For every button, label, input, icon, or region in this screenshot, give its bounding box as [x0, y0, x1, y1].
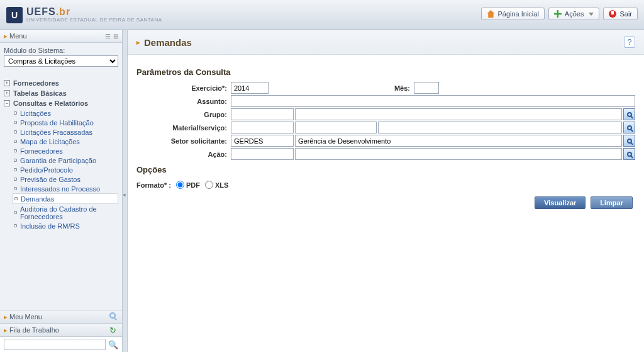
- tree-icon[interactable]: ⊞: [113, 33, 118, 40]
- module-select[interactable]: Compras & Licitações: [4, 55, 118, 67]
- sub-item-interessados[interactable]: Interessados no Processo: [14, 184, 118, 193]
- actions-button-label: Ações: [565, 10, 584, 18]
- label-mes: Mês:: [394, 84, 410, 92]
- assunto-input[interactable]: [231, 95, 635, 107]
- sub-item-licitacoes[interactable]: Licitações: [14, 108, 118, 118]
- sub-item-label: Proposta de Habilitação: [20, 119, 94, 127]
- sub-item-mapa[interactable]: Mapa de Licitações: [14, 137, 118, 146]
- dot-icon: [14, 168, 17, 171]
- meu-menu-row[interactable]: ▸Meu Menu: [0, 310, 122, 323]
- sub-item-demandas[interactable]: Demandas: [12, 193, 118, 204]
- sidebar-bottom: ▸Meu Menu ▸Fila de Trabalho ↻ 🔍: [0, 310, 122, 352]
- logo-text: UEFS.br UNIVERSIDADE ESTADUAL DE FEIRA D…: [26, 7, 162, 23]
- format-xls-radio[interactable]: [205, 181, 213, 189]
- sub-item-label: Auditoria do Cadastro de Fornecedores: [20, 205, 118, 220]
- dot-icon: [14, 149, 17, 152]
- sub-item-garantia[interactable]: Garantia de Participação: [14, 156, 118, 165]
- setor-code-input[interactable]: [231, 135, 294, 147]
- sub-item-proposta[interactable]: Proposta de Habilitação: [14, 118, 118, 127]
- expand-icon: +: [4, 80, 10, 86]
- setor-lookup-button[interactable]: [623, 135, 635, 147]
- power-icon: [609, 10, 616, 18]
- dot-icon: [14, 187, 17, 190]
- expand-icon: +: [4, 90, 10, 96]
- exit-button[interactable]: Sair: [603, 8, 638, 20]
- options-row: Formato* : PDF XLS: [136, 181, 635, 189]
- sub-item-inclusao[interactable]: Inclusão de RM/RS: [14, 221, 118, 230]
- splitter[interactable]: [123, 30, 128, 352]
- top-header: U UEFS.br UNIVERSIDADE ESTADUAL DE FEIRA…: [0, 0, 644, 30]
- home-button[interactable]: Página Inicial: [481, 8, 544, 20]
- module-label: Módulo do Sistema:: [4, 47, 118, 54]
- material-code-input[interactable]: [231, 122, 294, 133]
- exit-button-label: Sair: [619, 10, 632, 18]
- dot-icon: [14, 140, 17, 143]
- exercicio-input[interactable]: [231, 82, 269, 94]
- help-button[interactable]: ?: [624, 37, 635, 48]
- format-xls-label: XLS: [215, 181, 228, 189]
- search-icon: [627, 139, 632, 144]
- sub-item-pedido[interactable]: Pedido/Protocolo: [14, 165, 118, 174]
- material-mid-input[interactable]: [295, 122, 377, 133]
- sidebar-search-row: 🔍: [0, 336, 122, 352]
- mes-input[interactable]: [414, 82, 439, 94]
- tree-label: Fornecedores: [13, 79, 59, 87]
- sub-item-label: Previsão de Gastos: [20, 176, 80, 183]
- logo-title: UEFS.br: [26, 7, 162, 17]
- sub-item-label: Pedido/Protocolo: [20, 166, 73, 174]
- list-icon[interactable]: ☰: [105, 33, 111, 40]
- collapse-icon: −: [4, 100, 10, 106]
- page-title: ▸ Demandas: [136, 37, 192, 48]
- tree-label: Tabelas Básicas: [13, 89, 67, 97]
- sub-item-label: Demandas: [21, 195, 54, 203]
- sub-item-previsao[interactable]: Previsão de Gastos: [14, 174, 118, 184]
- logo-suffix: .br: [56, 6, 70, 17]
- sidebar-search-input[interactable]: [4, 339, 106, 350]
- format-xls-option[interactable]: XLS: [205, 181, 228, 189]
- tree-item-tabelas[interactable]: + Tabelas Básicas: [4, 88, 118, 98]
- label-acao: Ação:: [136, 150, 231, 158]
- arrow-icon: ▸: [136, 38, 140, 47]
- sub-item-fracassadas[interactable]: Licitações Fracassadas: [14, 127, 118, 137]
- bullet-icon: ▸: [4, 313, 8, 321]
- section-params-title: Parâmetros da Consulta: [136, 67, 635, 77]
- page-title-text: Demandas: [144, 37, 192, 48]
- chevron-down-icon: [589, 13, 594, 16]
- format-pdf-radio[interactable]: [176, 181, 184, 189]
- sub-item-label: Garantia de Participação: [20, 157, 96, 164]
- logo-main: UEFS: [26, 6, 56, 17]
- search-icon: [627, 152, 632, 157]
- sub-item-auditoria[interactable]: Auditoria do Cadastro de Fornecedores: [14, 204, 118, 221]
- sidebar: ▸Menu ☰ ⊞ Módulo do Sistema: Compras & L…: [0, 30, 123, 352]
- acao-lookup-button[interactable]: [623, 148, 635, 160]
- sub-item-label: Licitações Fracassadas: [20, 128, 92, 136]
- material-lookup-button[interactable]: [623, 122, 635, 133]
- nav-tree: + Fornecedores + Tabelas Básicas − Consu…: [4, 78, 118, 230]
- logo-subtitle: UNIVERSIDADE ESTADUAL DE FEIRA DE SANTAN…: [26, 18, 162, 23]
- label-grupo: Grupo:: [136, 111, 231, 118]
- grupo-code-input[interactable]: [231, 108, 294, 120]
- limpar-button[interactable]: Limpar: [591, 196, 633, 209]
- acao-code-input[interactable]: [231, 148, 294, 160]
- section-options-title: Opções: [136, 165, 635, 174]
- fila-row[interactable]: ▸Fila de Trabalho ↻: [0, 323, 122, 336]
- format-pdf-label: PDF: [186, 181, 200, 189]
- sidebar-body: Módulo do Sistema: Compras & Licitações …: [0, 43, 122, 230]
- sub-item-label: Fornecedores: [20, 147, 63, 155]
- grupo-lookup-button[interactable]: [623, 108, 635, 120]
- sub-item-fornecedores2[interactable]: Fornecedores: [14, 146, 118, 156]
- home-icon: [487, 10, 494, 18]
- tree-item-fornecedores[interactable]: + Fornecedores: [4, 78, 118, 88]
- tree-item-consultas[interactable]: − Consultas e Relatórios: [4, 98, 118, 108]
- format-label: Formato* :: [136, 181, 171, 189]
- grupo-desc-input: [295, 108, 622, 120]
- dot-icon: [14, 197, 18, 200]
- actions-button[interactable]: Ações: [548, 8, 600, 20]
- format-pdf-option[interactable]: PDF: [176, 181, 200, 189]
- label-assunto: Assunto:: [136, 98, 231, 105]
- menu-header: ▸Menu ☰ ⊞: [0, 30, 122, 43]
- bullet-icon: ▸: [4, 32, 8, 40]
- logo-block: U UEFS.br UNIVERSIDADE ESTADUAL DE FEIRA…: [6, 7, 162, 23]
- visualizar-button[interactable]: Visualizar: [535, 196, 586, 209]
- search-icon[interactable]: 🔍: [108, 340, 118, 349]
